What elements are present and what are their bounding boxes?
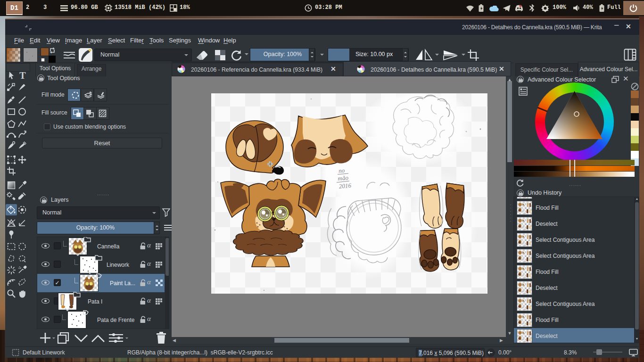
svg-text:no: no <box>338 167 345 174</box>
svg-text:2016: 2016 <box>339 182 352 190</box>
svg-text:mão: mão <box>338 174 349 182</box>
